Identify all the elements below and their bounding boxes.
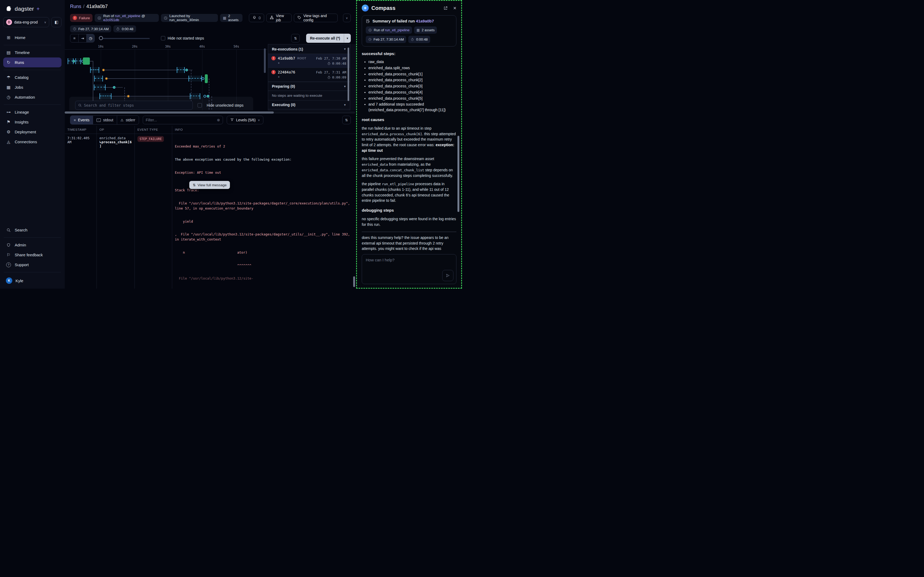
sidebar-item-label: Connections [15,140,37,144]
view-tags-config-button[interactable]: View tags and config [294,14,338,22]
warning-icon: ⚠ [121,118,124,122]
reexecutions-header[interactable]: Re-executions (1) ▼ [268,44,350,54]
gantt-step-bar[interactable] [76,58,81,64]
stack-trace-line: ^^^^^^^ [175,263,353,268]
sidebar-item-deployment[interactable]: ⚙Deployment [3,127,61,137]
events-scrollbar[interactable] [353,276,355,287]
sidebar-item-runs[interactable]: ↻Runs [3,58,61,67]
commit-link[interactable]: e2c051db [103,18,119,22]
sidebar-item-connections[interactable]: ◬Connections [3,137,61,147]
sidebar-item-insights[interactable]: ⚑Insights [3,117,61,127]
home-icon: ⊞ [6,35,11,40]
error-line: Exceeded max_retries of 2 [175,144,353,149]
step-state-dot [73,60,75,63]
lineage-icon: ⊶ [6,110,11,114]
pipeline-link[interactable]: run_etl_pipeline [115,14,140,18]
hide-not-started-checkbox[interactable] [161,36,165,40]
reexecution-run-row[interactable]: ! 22484a76 Feb 27, 7:31 AM * 0:00:09 [268,68,350,82]
hide-not-started-label: Hide not started steps [168,36,204,40]
gantt-vertical-scrollbar[interactable] [264,48,266,73]
waterfall-view-button[interactable]: ≡ [70,34,78,42]
run-steps-summary: * [278,62,280,66]
dependency-line [108,78,189,79]
clear-filter-icon[interactable]: ⊗ [217,118,220,122]
view-job-button[interactable]: View job [266,14,292,22]
user-menu[interactable]: K Kyle [3,275,61,287]
tab-stdout[interactable]: ›_stdout [93,116,116,124]
breadcrumb-runs-link[interactable]: Runs [70,4,81,9]
gear-icon: ⚙ [6,129,11,134]
gantt-step-bar[interactable] [94,76,103,82]
sidebar-item-home[interactable]: ⊞Home [3,32,61,42]
log-filter-input[interactable] [146,118,215,122]
sidebar-item-support[interactable]: ?Support [3,260,61,270]
summary-run-id-link[interactable]: 41a9a0b7 [416,19,434,23]
compass-chat-input[interactable] [362,254,456,284]
slider-track [100,38,150,39]
slider-handle[interactable] [99,36,103,40]
sidebar-item-catalog[interactable]: ☂Catalog [3,73,61,82]
gantt-step-bar[interactable] [94,84,106,90]
reexecutions-scrollbar[interactable] [348,48,349,101]
debugging-steps-paragraph: no specific debugging steps were found i… [362,216,456,227]
sidebar-item-automation[interactable]: ◷Automation [3,92,61,102]
sidebar-item-label: Runs [15,60,24,64]
open-in-new-icon[interactable] [443,6,448,10]
sidebar-item-timeline[interactable]: ▤Timeline [3,48,61,58]
gantt-step-bar[interactable] [177,67,185,73]
avatar: K [6,277,12,284]
code-text: enriched_data.concat_chunk_list [362,168,424,172]
table-row[interactable]: 7:31:02.405 AM enriched_data↳process_chu… [65,134,356,288]
log-filter-box[interactable]: ⊗ [143,116,223,124]
step-search-box[interactable] [75,101,193,110]
gantt-step-bar[interactable] [189,76,202,82]
executing-section-header[interactable]: Executing (0) ▼ [268,100,350,109]
chat-textarea[interactable] [362,255,456,284]
tab-stderr[interactable]: ⚠stderr [117,116,139,124]
step-search-input[interactable] [84,103,190,108]
close-icon[interactable]: × [453,5,456,11]
collapse-sidebar-button[interactable]: ◧ [51,17,61,27]
send-button[interactable] [442,270,453,281]
scrollbar-thumb[interactable] [65,111,274,114]
sidebar-item-admin[interactable]: Admin [3,240,61,250]
workspace-selector[interactable]: D data-eng-prod ∨ [3,17,49,27]
reexecution-run-row[interactable]: ! 41a9a0b7 ROOT Feb 27, 7:30 AM * 0:00:4… [268,54,350,68]
alerts-button[interactable]: 0 [249,14,264,22]
log-sort-button[interactable]: ⇅ [342,116,351,124]
list-item: enriched_data.split_rows [368,65,456,71]
levels-filter-button[interactable]: Levels (5/6) ∨ [227,116,263,124]
run-duration: 0:00:48 [332,61,346,66]
list-item: raw_data [368,59,456,64]
tab-events[interactable]: ≡Events [70,116,93,124]
gantt-horizontal-scrollbar[interactable] [65,111,355,114]
preparing-section-header[interactable]: Preparing (0) ▼ [268,82,350,91]
assets-count-tag[interactable]: ▦ 2 assets [220,14,242,22]
sidebar-item-lineage[interactable]: ⊶Lineage [3,107,61,117]
more-actions-button[interactable]: ∨ [343,14,351,22]
hide-unselected-checkbox[interactable] [198,103,202,108]
sidebar-item-share-feedback[interactable]: ⚐Share feedback [3,250,61,260]
root-causes-paragraph: this failure prevented the downstream as… [362,156,456,178]
gantt-step-bar-success[interactable] [83,58,90,64]
timed-view-button[interactable]: ◷ [86,34,94,42]
summary-run-chip: Run of run_etl_pipeline [366,26,412,34]
gantt-step-bar[interactable] [90,67,99,73]
sidebar-item-search[interactable]: Search [3,225,61,235]
step-state-dot [113,86,116,89]
octopus-logo-icon [5,5,12,12]
document-icon [366,19,370,23]
code-text: run_etl_pipeline [382,182,414,186]
pipeline-link[interactable]: run_etl_pipeline [385,28,410,32]
successful-steps-heading: successful steps: [362,51,456,56]
gantt-step-bar-success[interactable] [205,74,208,83]
zoom-slider[interactable] [99,36,150,40]
sidebar-item-jobs[interactable]: ▦Jobs [3,82,61,92]
reexecute-all-button[interactable]: Re-execute all (*) ▼ [306,34,351,43]
reexecute-dropdown[interactable]: ▼ [344,34,351,43]
flat-view-button[interactable]: ⇥ [78,34,86,42]
col-timestamp: TIMESTAMP [65,126,97,134]
gantt-sort-button[interactable]: ⇅ [291,34,300,42]
view-full-message-button[interactable]: ⇅View full message [189,181,230,189]
compass-scrollbar[interactable] [458,136,459,212]
